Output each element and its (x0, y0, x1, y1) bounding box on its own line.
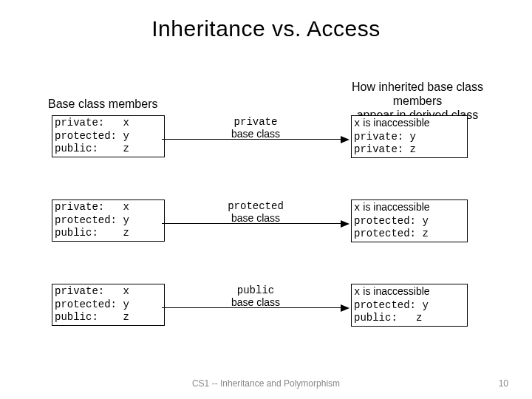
d2-x-txt: is inaccessible (360, 201, 429, 213)
d2-l3: protected: z (354, 228, 429, 239)
arrow-2-type: protected (228, 200, 284, 212)
derived-box-1: x is inaccessible private: y private: z (351, 115, 468, 158)
derived-box-3: x is inaccessible protected: y public: z (351, 284, 468, 327)
derived-box-2: x is inaccessible protected: y protected… (351, 200, 468, 242)
d3-l2: protected: y (354, 299, 429, 311)
left-column-header: Base class members (48, 98, 158, 111)
footer-text: CS1 -- Inheritance and Polymorphism (0, 378, 532, 389)
arrow-2-base: base class (231, 212, 280, 224)
arrow-1-base: base class (231, 128, 280, 140)
arrow-1-type: private (234, 116, 278, 128)
page-number: 10 (499, 378, 508, 389)
arrow-3-type: public (237, 284, 274, 296)
right-header-line1: How inherited base class members (352, 81, 483, 107)
slide-title: Inheritance vs. Access (0, 0, 532, 41)
d1-l3: private: z (354, 143, 416, 155)
d1-l2: private: y (354, 131, 416, 143)
d1-x-txt: is inaccessible (360, 117, 429, 129)
base-box-1: private: x protected: y public: z (52, 115, 165, 157)
d3-l3: public: z (354, 312, 422, 324)
base-box-3: private: x protected: y public: z (52, 284, 165, 326)
base-box-2: private: x protected: y public: z (52, 200, 165, 242)
d2-l2: protected: y (354, 215, 429, 227)
arrow-3-base: base class (231, 296, 280, 308)
d3-x-txt: is inaccessible (360, 285, 429, 297)
